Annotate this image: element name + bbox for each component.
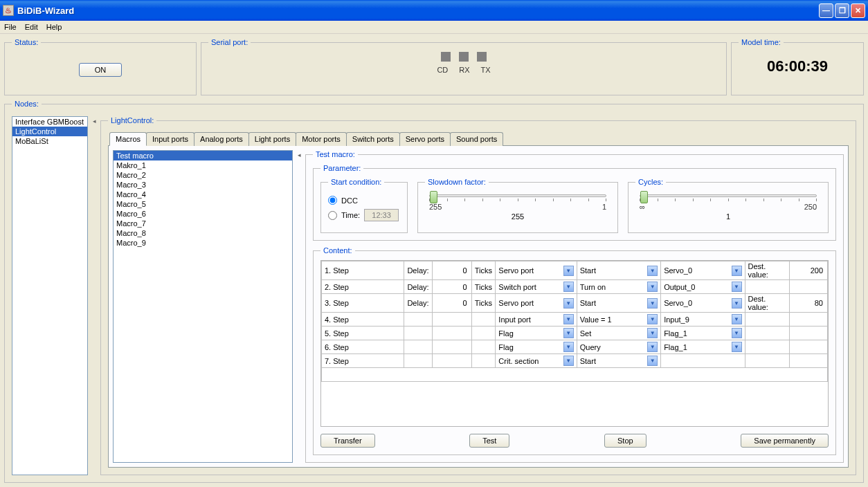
tab-input-ports[interactable]: Input ports	[146, 132, 195, 146]
tab-motor-ports[interactable]: Motor ports	[296, 132, 347, 146]
dest-value-cell[interactable]	[790, 327, 828, 340]
port-cell[interactable]: Servo port▼	[496, 294, 577, 313]
chevron-down-icon[interactable]: ▼	[647, 314, 658, 324]
dest-value-cell[interactable]	[790, 313, 828, 327]
delay-value-cell[interactable]	[433, 354, 472, 368]
port-cell[interactable]: Flag▼	[496, 340, 577, 354]
step-cell[interactable]: 3. Step	[322, 294, 404, 313]
macro-item[interactable]: Macro_9	[114, 238, 292, 248]
tab-analog-ports[interactable]: Analog ports	[194, 132, 249, 146]
chevron-down-icon[interactable]: ▼	[563, 266, 574, 276]
action-cell[interactable]: Query▼	[577, 340, 660, 354]
menu-help[interactable]: Help	[46, 23, 62, 31]
chevron-down-icon[interactable]: ▼	[732, 314, 742, 324]
target-cell[interactable]: Flag_1▼	[661, 340, 745, 354]
cycles-slider[interactable]	[640, 194, 817, 197]
test-button[interactable]: Test	[469, 434, 509, 448]
table-row[interactable]: 4. StepInput port▼Value = 1▼Input_9▼	[322, 313, 828, 327]
chevron-down-icon[interactable]: ▼	[732, 266, 742, 276]
table-row[interactable]: 3. StepDelay:0TicksServo port▼Start▼Serv…	[322, 294, 828, 313]
time-radio[interactable]	[328, 211, 337, 220]
tab-sound-ports[interactable]: Sound ports	[450, 132, 503, 146]
action-cell[interactable]: Start▼	[577, 294, 660, 313]
table-row-empty[interactable]	[322, 368, 828, 382]
step-cell[interactable]: 4. Step	[322, 313, 404, 327]
delay-value-cell[interactable]	[433, 313, 472, 327]
macro-item[interactable]: Macro_7	[114, 219, 292, 228]
dest-value-cell[interactable]	[790, 354, 828, 368]
chevron-down-icon[interactable]: ▼	[563, 356, 574, 366]
stop-button[interactable]: Stop	[604, 434, 647, 448]
time-input[interactable]	[364, 209, 399, 221]
chevron-down-icon[interactable]: ▼	[563, 314, 574, 324]
chevron-down-icon[interactable]: ▼	[647, 298, 658, 309]
chevron-down-icon[interactable]: ▼	[732, 282, 742, 292]
dest-value-cell[interactable]	[790, 280, 828, 294]
macro-splitter[interactable]: ◂	[297, 150, 301, 463]
tab-switch-ports[interactable]: Switch ports	[346, 132, 400, 146]
tab-light-ports[interactable]: Light ports	[248, 132, 296, 146]
dest-value-cell[interactable]: 80	[790, 294, 828, 313]
nodes-list[interactable]: Interface GBMBoost LightControl MoBaLiSt	[12, 116, 88, 475]
delay-value-cell[interactable]: 0	[433, 261, 472, 280]
step-cell[interactable]: 1. Step	[322, 261, 404, 280]
dcc-radio[interactable]	[328, 196, 337, 205]
table-row[interactable]: 7. StepCrit. section▼Start▼	[322, 354, 828, 368]
delay-value-cell[interactable]: 0	[433, 280, 472, 294]
action-cell[interactable]: Turn on▼	[577, 280, 660, 294]
node-item[interactable]: LightControl	[12, 127, 87, 136]
table-row[interactable]: 1. StepDelay:0TicksServo port▼Start▼Serv…	[322, 261, 828, 280]
tab-servo-ports[interactable]: Servo ports	[399, 132, 451, 146]
chevron-down-icon[interactable]: ▼	[563, 298, 574, 309]
port-cell[interactable]: Switch port▼	[496, 280, 577, 294]
chevron-down-icon[interactable]: ▼	[647, 342, 658, 352]
chevron-down-icon[interactable]: ▼	[563, 342, 574, 352]
macro-item[interactable]: Macro_6	[114, 209, 292, 219]
step-cell[interactable]: 2. Step	[322, 280, 404, 294]
target-cell[interactable]: Input_9▼	[661, 313, 745, 327]
macro-item[interactable]: Macro_4	[114, 190, 292, 199]
table-row[interactable]: 2. StepDelay:0TicksSwitch port▼Turn on▼O…	[322, 280, 828, 294]
tab-macros[interactable]: Macros	[109, 132, 147, 146]
step-cell[interactable]: 7. Step	[322, 354, 404, 368]
action-cell[interactable]: Start▼	[577, 354, 660, 368]
macro-list[interactable]: Test macro Makro_1 Macro_2 Macro_3 Macro…	[113, 150, 293, 463]
macro-item[interactable]: Macro_8	[114, 228, 292, 238]
chevron-down-icon[interactable]: ▼	[732, 342, 742, 352]
transfer-button[interactable]: Transfer	[320, 434, 375, 448]
dest-value-cell[interactable]: 200	[790, 261, 828, 280]
action-cell[interactable]: Start▼	[577, 261, 660, 280]
delay-value-cell[interactable]	[433, 327, 472, 340]
action-cell[interactable]: Value = 1▼	[577, 313, 660, 327]
chevron-down-icon[interactable]: ▼	[647, 356, 658, 366]
delay-value-cell[interactable]	[433, 340, 472, 354]
dest-value-cell[interactable]	[790, 340, 828, 354]
chevron-down-icon[interactable]: ▼	[647, 328, 658, 338]
table-row[interactable]: 5. StepFlag▼Set▼Flag_1▼	[322, 327, 828, 340]
chevron-down-icon[interactable]: ▼	[563, 328, 574, 338]
splitter[interactable]: ◂	[92, 116, 96, 475]
maximize-button[interactable]: ❐	[835, 3, 849, 18]
target-cell[interactable]: Flag_1▼	[661, 327, 745, 340]
port-cell[interactable]: Flag▼	[496, 327, 577, 340]
close-button[interactable]: ✕	[851, 3, 865, 18]
chevron-down-icon[interactable]: ▼	[647, 266, 658, 276]
target-cell[interactable]: Output_0▼	[661, 280, 745, 294]
status-on-button[interactable]: ON	[79, 63, 123, 77]
step-cell[interactable]: 5. Step	[322, 327, 404, 340]
action-cell[interactable]: Set▼	[577, 327, 660, 340]
step-cell[interactable]: 6. Step	[322, 340, 404, 354]
target-cell[interactable]	[661, 354, 745, 368]
macro-item[interactable]: Macro_5	[114, 199, 292, 209]
macro-item[interactable]: Macro_3	[114, 180, 292, 190]
port-cell[interactable]: Input port▼	[496, 313, 577, 327]
delay-value-cell[interactable]: 0	[433, 294, 472, 313]
minimize-button[interactable]: —	[819, 3, 833, 18]
chevron-down-icon[interactable]: ▼	[732, 298, 742, 309]
macro-item[interactable]: Macro_2	[114, 170, 292, 180]
macro-item[interactable]: Makro_1	[114, 160, 292, 170]
chevron-down-icon[interactable]: ▼	[563, 282, 574, 292]
target-cell[interactable]: Servo_0▼	[661, 261, 745, 280]
port-cell[interactable]: Servo port▼	[496, 261, 577, 280]
target-cell[interactable]: Servo_0▼	[661, 294, 745, 313]
